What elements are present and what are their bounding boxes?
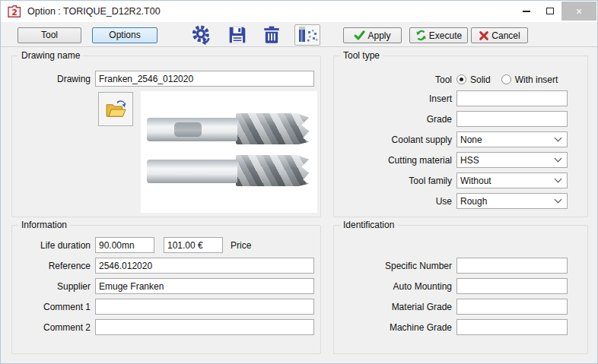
machining-simulation-button[interactable] (294, 24, 320, 46)
title-bar: 2 Option : TORIQUE_D12R2.T00 × (1, 1, 597, 22)
machining-simulation-icon (296, 25, 319, 45)
toolbar: Tool Options (1, 22, 597, 47)
settings-refresh-button[interactable] (190, 24, 213, 46)
minimize-button[interactable] (514, 2, 538, 21)
close-icon: × (576, 5, 582, 17)
delete-icon (262, 25, 282, 45)
cutting-material-select[interactable]: HSS (456, 152, 568, 168)
cancel-button[interactable]: Cancel (471, 27, 528, 43)
radio-solid-label: Solid (470, 74, 491, 85)
open-folder-icon (104, 98, 127, 121)
drawing-input[interactable] (95, 71, 314, 87)
close-button[interactable]: × (561, 2, 596, 21)
specific-number-input[interactable] (456, 258, 568, 274)
radio-solid-circle (456, 74, 466, 84)
tool-family-value: Without (460, 176, 491, 186)
save-button[interactable] (226, 24, 249, 46)
cross-icon (479, 30, 489, 41)
insert-input[interactable] (456, 90, 568, 106)
supplier-label: Supplier (12, 281, 95, 292)
end-mill-2-flutes (236, 155, 309, 186)
group-identification: Identification Specific Number Auto Moun… (333, 225, 588, 354)
auto-mounting-label: Auto Mounting (334, 281, 456, 292)
chevron-down-icon (555, 176, 562, 183)
price-input[interactable] (164, 237, 223, 253)
group-title: Tool type (340, 50, 383, 61)
reference-input[interactable] (95, 258, 314, 274)
grade-label: Grade (334, 114, 456, 125)
chevron-down-icon (555, 196, 562, 204)
check-icon (354, 30, 365, 41)
group-title: Drawing name (18, 50, 83, 61)
radio-with-insert[interactable]: With insert (501, 74, 558, 85)
end-mill-1-flutes (236, 113, 309, 144)
material-grade-label: Material Grade (334, 302, 456, 312)
end-mill-1-weldon-flat (174, 122, 202, 137)
delete-button[interactable] (260, 24, 283, 46)
chevron-down-icon (555, 155, 562, 163)
minimize-icon (523, 11, 530, 12)
execute-button[interactable]: Execute (409, 27, 468, 43)
reference-label: Reference (12, 261, 95, 271)
apply-button[interactable]: Apply (343, 27, 402, 43)
radio-with-insert-label: With insert (515, 74, 558, 85)
coolant-supply-value: None (460, 135, 482, 145)
life-duration-input[interactable] (95, 237, 154, 253)
app-logo-icon: 2 (7, 4, 22, 19)
tool-family-select[interactable]: Without (456, 173, 568, 188)
group-tool-type: Tool type Tool Solid With insert Insert … (333, 55, 588, 217)
svg-text:2: 2 (11, 8, 17, 17)
material-grade-input[interactable] (456, 299, 568, 315)
coolant-supply-select[interactable]: None (456, 131, 568, 147)
tool-preview-image (141, 91, 317, 213)
tool-family-label: Tool family (334, 176, 456, 186)
maximize-button[interactable] (538, 2, 561, 21)
comment-1-label: Comment 1 (12, 302, 95, 312)
tab-tool[interactable]: Tool (17, 27, 81, 43)
cutting-material-label: Cutting material (334, 155, 456, 166)
end-mill-2-shank (147, 160, 237, 183)
cancel-label: Cancel (491, 30, 520, 41)
comment-2-label: Comment 2 (12, 322, 95, 333)
save-icon (227, 25, 247, 45)
chevron-down-icon (555, 135, 562, 142)
radio-solid[interactable]: Solid (456, 74, 491, 85)
refresh-arrows-icon (415, 30, 427, 41)
settings-refresh-icon (191, 24, 212, 46)
machine-grade-input[interactable] (456, 319, 568, 335)
option-dialog: 2 Option : TORIQUE_D12R2.T00 × Tool Opti… (0, 0, 598, 364)
auto-mounting-input[interactable] (456, 278, 568, 294)
execute-label: Execute (429, 30, 462, 41)
maximize-icon (546, 8, 554, 14)
life-duration-label: Life duration (12, 240, 95, 251)
use-label: Use (334, 196, 456, 207)
radio-with-insert-circle (501, 74, 511, 84)
comment-2-input[interactable] (95, 319, 314, 335)
tool-label: Tool (334, 74, 456, 85)
insert-label: Insert (334, 93, 456, 104)
use-select[interactable]: Rough (456, 193, 568, 209)
group-title: Information (18, 220, 70, 230)
cutting-material-value: HSS (460, 155, 479, 166)
comment-1-input[interactable] (95, 299, 314, 315)
drawing-label: Drawing (12, 74, 95, 84)
open-drawing-button[interactable] (98, 92, 133, 126)
window-title: Option : TORIQUE_D12R2.T00 (27, 6, 161, 17)
use-value: Rough (460, 196, 487, 207)
group-drawing-name: Drawing name Drawing (11, 55, 321, 217)
supplier-input[interactable] (95, 278, 314, 294)
group-information: Information Life duration Price Referenc… (11, 225, 321, 354)
tab-options[interactable]: Options (92, 27, 157, 43)
window-controls: × (514, 2, 596, 21)
price-label: Price (231, 240, 251, 251)
grade-input[interactable] (456, 111, 568, 127)
coolant-supply-label: Coolant supply (334, 135, 456, 145)
group-title: Identification (340, 220, 397, 230)
apply-label: Apply (367, 30, 390, 41)
machine-grade-label: Machine Grade (334, 322, 456, 333)
specific-number-label: Specific Number (334, 261, 456, 271)
